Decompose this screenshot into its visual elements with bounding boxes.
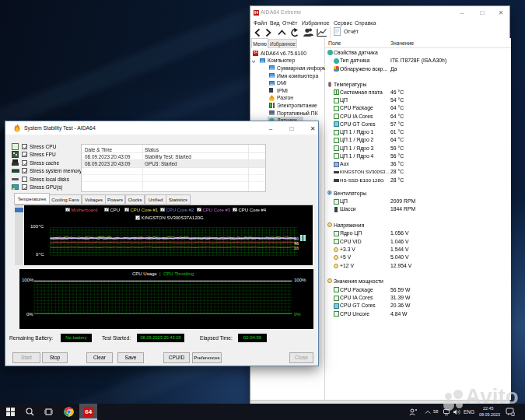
svg-text:1: 1 (512, 412, 514, 416)
